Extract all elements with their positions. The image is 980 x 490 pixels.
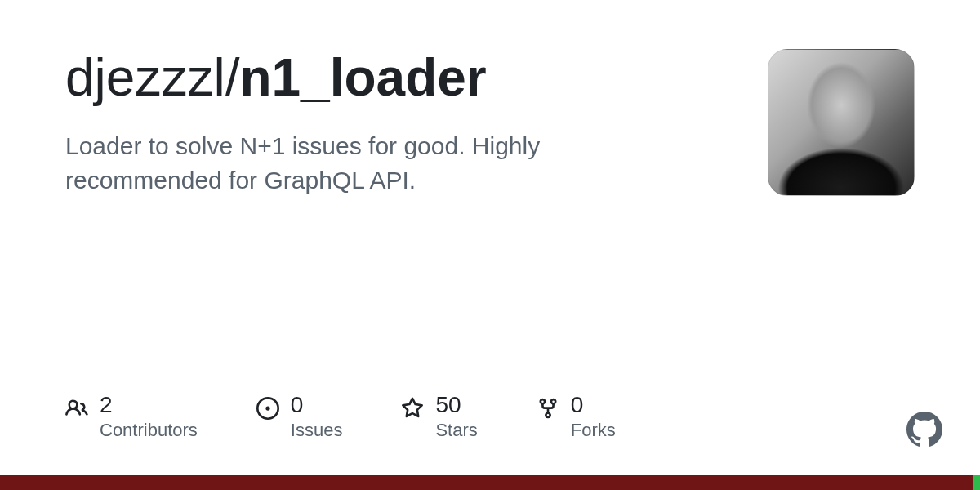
stat-stars[interactable]: 50 Stars [401, 394, 477, 441]
repo-title[interactable]: djezzzl/n1_loader [65, 49, 735, 106]
stat-count: 2 [100, 394, 198, 416]
repo-stats: 2 Contributors 0 Issues 50 Stars [65, 394, 616, 441]
repo-description: Loader to solve N+1 issues for good. Hig… [65, 129, 702, 198]
stat-label: Contributors [100, 420, 198, 441]
github-logo-icon [906, 412, 942, 448]
language-bar [0, 475, 980, 490]
repo-header: djezzzl/n1_loader Loader to solve N+1 is… [65, 49, 915, 198]
stars-icon [401, 397, 424, 420]
stat-contributors[interactable]: 2 Contributors [65, 394, 198, 441]
issues-icon [256, 397, 279, 420]
forks-icon [537, 397, 559, 420]
stat-label: Stars [435, 420, 477, 441]
stat-count: 0 [291, 394, 343, 416]
language-segment [973, 475, 980, 490]
stat-forks[interactable]: 0 Forks [537, 394, 616, 441]
contributors-icon [65, 397, 88, 420]
repo-name[interactable]: n1_loader [239, 48, 486, 107]
stat-label: Issues [291, 420, 343, 441]
language-segment [0, 475, 973, 490]
repo-slash: / [225, 48, 240, 107]
stat-count: 50 [435, 394, 477, 416]
stat-count: 0 [571, 394, 616, 416]
stat-issues[interactable]: 0 Issues [256, 394, 343, 441]
repo-owner[interactable]: djezzzl [65, 48, 225, 107]
owner-avatar[interactable] [768, 49, 915, 196]
stat-label: Forks [571, 420, 616, 441]
